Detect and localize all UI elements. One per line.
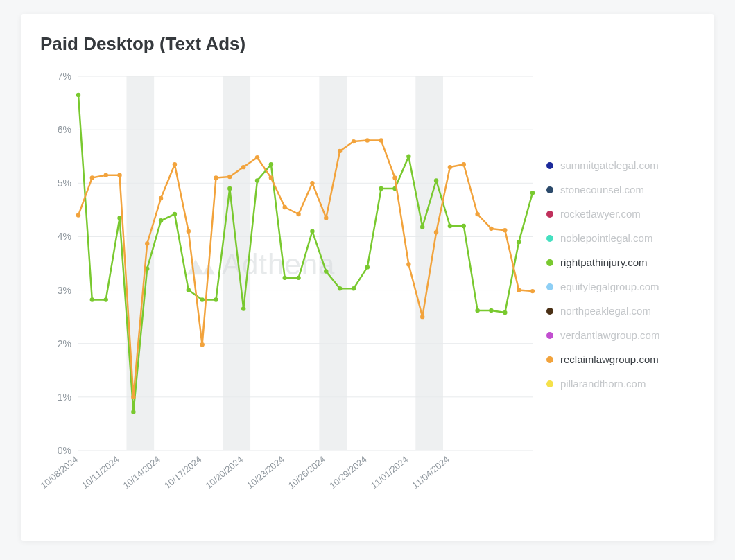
y-tick-label: 5% xyxy=(58,177,71,189)
data-point[interactable] xyxy=(462,224,466,228)
legend-swatch xyxy=(546,380,553,387)
data-point[interactable] xyxy=(352,139,356,143)
data-point[interactable] xyxy=(434,230,438,234)
legend-item[interactable]: stonecounsel.com xyxy=(546,184,692,195)
data-point[interactable] xyxy=(214,175,218,180)
data-point[interactable] xyxy=(283,205,287,209)
data-point[interactable] xyxy=(406,155,410,159)
data-point[interactable] xyxy=(352,286,356,290)
data-point[interactable] xyxy=(420,225,424,229)
data-point[interactable] xyxy=(145,241,149,245)
legend-item[interactable]: northpeaklegal.com xyxy=(546,305,692,317)
legend-swatch xyxy=(546,332,553,339)
legend-item[interactable]: rocketlawyer.com xyxy=(546,208,692,220)
data-point[interactable] xyxy=(503,228,507,232)
data-point[interactable] xyxy=(517,288,521,292)
data-point[interactable] xyxy=(365,138,370,142)
chart-card: Paid Desktop (Text Ads) Adthena0%1%2%3%4… xyxy=(21,14,714,541)
data-point[interactable] xyxy=(241,165,245,169)
data-point[interactable] xyxy=(379,138,383,142)
data-point[interactable] xyxy=(227,175,232,179)
legend-swatch xyxy=(546,259,553,266)
data-point[interactable] xyxy=(173,212,177,216)
data-point[interactable] xyxy=(434,178,438,182)
data-point[interactable] xyxy=(90,297,94,301)
legend-item[interactable]: equitylegalgroup.com xyxy=(546,281,692,292)
data-point[interactable] xyxy=(103,173,107,177)
x-tick: 10/11/2024 xyxy=(80,454,121,491)
legend: summitgatelegal.comstonecounsel.comrocke… xyxy=(546,159,692,402)
data-point[interactable] xyxy=(159,196,163,200)
data-point[interactable] xyxy=(530,289,535,293)
data-point[interactable] xyxy=(173,162,177,166)
weekend-band xyxy=(415,76,443,450)
data-point[interactable] xyxy=(159,218,163,222)
data-point[interactable] xyxy=(462,162,466,166)
legend-label: pillarandthorn.com xyxy=(560,378,646,390)
legend-swatch xyxy=(546,211,553,218)
data-point[interactable] xyxy=(489,227,493,231)
legend-label: northpeaklegal.com xyxy=(560,305,651,317)
legend-item[interactable]: summitgatelegal.com xyxy=(546,159,692,171)
data-point[interactable] xyxy=(448,224,452,228)
legend-label: equitylegalgroup.com xyxy=(560,281,659,292)
x-tick: 10/08/2024 xyxy=(40,454,80,491)
data-point[interactable] xyxy=(200,297,204,301)
data-point[interactable] xyxy=(76,213,80,217)
legend-item[interactable]: rightpathinjury.com xyxy=(546,256,692,268)
data-point[interactable] xyxy=(517,240,521,244)
legend-swatch xyxy=(546,283,553,290)
legend-item[interactable]: verdantlawgroup.com xyxy=(546,329,692,341)
data-point[interactable] xyxy=(324,216,328,220)
data-point[interactable] xyxy=(310,229,314,234)
data-point[interactable] xyxy=(103,297,107,301)
data-point[interactable] xyxy=(117,216,121,220)
data-point[interactable] xyxy=(200,342,204,347)
y-tick-label: 7% xyxy=(58,71,71,82)
data-point[interactable] xyxy=(187,229,191,234)
legend-label: rightpathinjury.com xyxy=(560,256,648,268)
legend-label: verdantlawgroup.com xyxy=(560,329,659,341)
x-tick-label: 10/14/2024 xyxy=(121,454,162,491)
data-point[interactable] xyxy=(503,310,507,315)
data-point[interactable] xyxy=(338,149,342,153)
data-point[interactable] xyxy=(475,212,479,216)
data-point[interactable] xyxy=(489,308,493,313)
x-tick-label: 10/20/2024 xyxy=(204,454,245,491)
data-point[interactable] xyxy=(131,410,135,414)
data-point[interactable] xyxy=(241,306,245,310)
data-point[interactable] xyxy=(379,186,383,191)
data-point[interactable] xyxy=(324,269,328,273)
data-point[interactable] xyxy=(117,173,121,177)
data-point[interactable] xyxy=(296,276,300,280)
data-point[interactable] xyxy=(475,308,479,313)
data-point[interactable] xyxy=(406,262,410,266)
y-tick-label: 1% xyxy=(58,392,71,403)
data-point[interactable] xyxy=(420,315,424,319)
data-point[interactable] xyxy=(310,181,314,185)
data-point[interactable] xyxy=(448,165,452,169)
x-tick: 10/14/2024 xyxy=(121,454,162,491)
data-point[interactable] xyxy=(131,395,135,399)
data-point[interactable] xyxy=(365,265,370,269)
data-point[interactable] xyxy=(227,186,232,191)
legend-item[interactable]: noblepointlegal.com xyxy=(546,232,692,244)
data-point[interactable] xyxy=(255,178,259,182)
data-point[interactable] xyxy=(530,191,535,195)
legend-swatch xyxy=(546,186,553,193)
data-point[interactable] xyxy=(76,93,80,97)
legend-item[interactable]: pillarandthorn.com xyxy=(546,378,692,390)
data-point[interactable] xyxy=(214,297,218,301)
x-tick-label: 10/26/2024 xyxy=(286,454,327,491)
data-point[interactable] xyxy=(255,155,259,159)
data-point[interactable] xyxy=(269,162,273,166)
data-point[interactable] xyxy=(296,212,300,216)
data-point[interactable] xyxy=(283,276,287,280)
data-point[interactable] xyxy=(392,175,397,180)
weekend-band xyxy=(126,76,154,450)
data-point[interactable] xyxy=(90,175,94,180)
data-point[interactable] xyxy=(338,286,342,290)
data-point[interactable] xyxy=(187,288,191,292)
data-point[interactable] xyxy=(269,175,273,180)
legend-item[interactable]: reclaimlawgroup.com xyxy=(546,353,692,365)
